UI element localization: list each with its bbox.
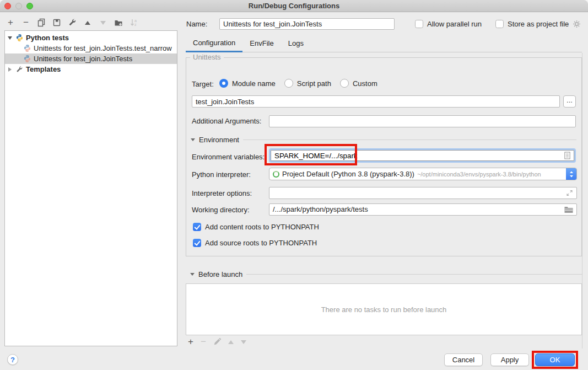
before-launch-toolbar: + − <box>188 337 246 347</box>
python-interpreter-path: ~/opt/miniconda3/envs/pyspark-3.8/bin/py… <box>417 171 541 178</box>
working-directory-field[interactable]: /.../spark/python/pyspark/tests <box>269 203 577 216</box>
new-folder-icon[interactable] <box>114 18 123 28</box>
window-title: Run/Debug Configurations <box>0 2 588 10</box>
remove-icon[interactable]: − <box>21 18 31 28</box>
tree-item-templates[interactable]: Templates <box>5 64 177 74</box>
add-source-roots-label: Add source roots to PYTHONPATH <box>205 239 317 247</box>
checkbox-icon[interactable] <box>415 20 423 28</box>
group-title: Unittests <box>190 53 224 61</box>
tree-item-jointests-selected[interactable]: Unittests for test_join.JoinTests <box>5 53 177 64</box>
before-launch-empty-text: There are no tasks to run before launch <box>321 305 447 314</box>
environment-section-title: Environment <box>199 136 239 144</box>
browse-module-button[interactable]: ... <box>563 95 576 108</box>
add-content-roots-checkbox[interactable]: Add content roots to PYTHONPATH <box>193 223 319 231</box>
help-button[interactable]: ? <box>7 354 18 365</box>
edit-templates-icon[interactable] <box>67 18 77 28</box>
move-task-down-icon <box>241 340 246 344</box>
combo-stepper-icon[interactable] <box>566 168 577 180</box>
templates-icon <box>15 65 24 74</box>
run-debug-configurations-dialog: Run/Debug Configurations + − az Pytho <box>0 0 588 370</box>
allow-parallel-run-checkbox[interactable]: Allow parallel run <box>415 20 482 28</box>
collapse-arrow-icon[interactable] <box>5 67 15 72</box>
add-source-roots-checkbox[interactable]: Add source roots to PYTHONPATH <box>193 239 317 247</box>
tree-item-label: Templates <box>26 65 61 73</box>
radio-script-path[interactable]: Script path <box>284 79 331 88</box>
before-launch-task-list: There are no tasks to run before launch <box>186 283 582 335</box>
move-down-icon <box>98 18 108 28</box>
before-launch-section-header[interactable]: Before launch <box>190 270 582 278</box>
expand-arrow-icon[interactable] <box>5 36 15 40</box>
expand-field-icon[interactable] <box>566 190 573 197</box>
tree-item-test-narrow[interactable]: Unittests for test_join.JoinTests.test_n… <box>5 43 177 53</box>
ok-button[interactable]: OK <box>535 353 575 366</box>
name-input[interactable] <box>219 18 395 30</box>
store-as-project-file-label: Store as project file <box>508 20 569 28</box>
svg-text:z: z <box>134 23 137 26</box>
add-content-roots-label: Add content roots to PYTHONPATH <box>205 223 319 231</box>
radio-icon[interactable] <box>219 79 228 88</box>
environment-variables-input[interactable] <box>271 150 574 161</box>
edit-variables-icon[interactable] <box>564 152 571 160</box>
radio-icon[interactable] <box>284 79 293 88</box>
additional-arguments-label: Additional Arguments: <box>192 117 261 125</box>
name-label: Name: <box>186 20 207 28</box>
copy-icon[interactable] <box>36 18 46 28</box>
content-right-border <box>582 53 582 348</box>
config-tabs: Configuration EnvFile Logs <box>186 34 582 52</box>
checkbox-icon[interactable] <box>495 20 504 28</box>
tree-item-python-tests[interactable]: Python tests <box>5 33 177 43</box>
save-icon[interactable] <box>52 18 62 28</box>
working-directory-label: Working directory: <box>192 206 250 214</box>
tree-item-label: Unittests for test_join.JoinTests.test_n… <box>34 44 172 52</box>
radio-icon[interactable] <box>340 79 349 88</box>
tab-logs[interactable]: Logs <box>281 34 311 52</box>
python-interpreter-value: Project Default (Python 3.8 (pyspark-3.8… <box>282 170 414 178</box>
apply-button[interactable]: Apply <box>490 353 529 366</box>
target-radio-group: Module name Script path Custom <box>219 79 377 88</box>
radio-module-name[interactable]: Module name <box>219 79 276 88</box>
allow-parallel-run-label: Allow parallel run <box>427 20 482 28</box>
python-interpreter-combo[interactable]: Project Default (Python 3.8 (pyspark-3.8… <box>269 168 577 180</box>
svg-text:a: a <box>134 19 137 23</box>
sort-alphabetically-icon: az <box>129 18 139 28</box>
additional-arguments-input[interactable] <box>269 115 576 127</box>
interpreter-options-field[interactable] <box>269 187 577 199</box>
python-config-icon <box>23 44 31 53</box>
configurations-tree: Python tests Unittests for test_join.Joi… <box>4 30 177 346</box>
module-name-input[interactable] <box>192 95 560 108</box>
tab-envfile[interactable]: EnvFile <box>242 34 280 52</box>
python-config-icon <box>23 55 31 63</box>
unittests-group: Unittests Target: Module name Script pat… <box>186 57 582 256</box>
radio-custom[interactable]: Custom <box>340 79 377 88</box>
working-directory-value: /.../spark/python/pyspark/tests <box>273 205 368 213</box>
environment-section-header[interactable]: Environment <box>191 136 576 144</box>
python-tests-icon <box>15 34 24 42</box>
add-task-icon[interactable]: + <box>188 337 193 346</box>
checkbox-checked-icon[interactable] <box>193 223 201 231</box>
title-bar: Run/Debug Configurations <box>0 0 588 12</box>
folder-icon[interactable] <box>564 206 573 213</box>
environment-variables-label: Environment variables: <box>192 153 265 161</box>
environment-variables-field <box>269 148 576 163</box>
tab-configuration[interactable]: Configuration <box>186 34 242 52</box>
tree-item-label: Python tests <box>26 34 69 42</box>
remove-task-icon: − <box>201 337 206 346</box>
add-icon[interactable]: + <box>6 18 15 28</box>
target-label: Target: <box>192 80 214 88</box>
edit-task-icon <box>213 338 221 346</box>
interpreter-env-icon <box>273 171 279 178</box>
interpreter-options-label: Interpreter options: <box>192 189 252 197</box>
configurations-toolbar: + − az <box>6 17 139 28</box>
python-interpreter-label: Python interpreter: <box>192 170 251 179</box>
collapse-triangle-icon[interactable] <box>190 273 195 276</box>
store-as-project-file-checkbox[interactable]: Store as project file <box>495 20 581 28</box>
cancel-button[interactable]: Cancel <box>444 353 483 366</box>
before-launch-title: Before launch <box>198 270 242 278</box>
tree-item-label: Unittests for test_join.JoinTests <box>34 55 132 63</box>
collapse-triangle-icon[interactable] <box>191 138 195 141</box>
gear-icon[interactable] <box>573 20 581 28</box>
move-up-icon[interactable] <box>83 18 93 28</box>
checkbox-checked-icon[interactable] <box>193 239 201 247</box>
move-task-up-icon <box>228 340 234 344</box>
